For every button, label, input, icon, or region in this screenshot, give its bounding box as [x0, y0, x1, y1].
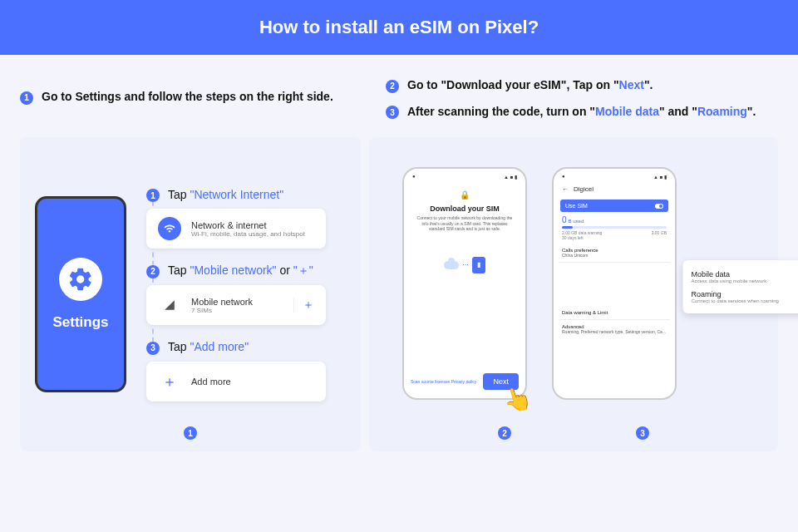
plus-icon: ＋	[158, 370, 181, 393]
step-bullet-3: 3	[146, 342, 160, 355]
page-title: How to install an eSIM on Pixel?	[259, 17, 539, 38]
lock-icon: 🔒	[416, 190, 514, 200]
sim-icon: ▮	[472, 257, 485, 273]
panel-badge-2: 2	[498, 426, 511, 440]
pointer-icon: 👆	[500, 382, 534, 416]
page-header: How to install an eSIM on Pixel?	[0, 0, 798, 55]
panels: Settings 1 Tap "Network Internet" Networ…	[0, 119, 798, 451]
carrier-header: ← Digicel	[559, 182, 670, 196]
instruction-text-1: Go to Settings and follow the steps on t…	[42, 90, 333, 103]
step-1: 1 Tap "Network Internet" Network & inter…	[146, 188, 326, 249]
bullet-3: 3	[386, 106, 399, 119]
steps-list: 1 Tap "Network Internet" Network & inter…	[146, 188, 326, 401]
settings-label: Settings	[52, 314, 108, 331]
step-2: 2 Tap "Mobile network" or "＋" Mobile net…	[146, 264, 326, 325]
download-title: Download your SIM	[416, 204, 514, 213]
bullet-2: 2	[386, 80, 399, 93]
card-mobile-network: Mobile network 7 SIMs ＋	[146, 285, 326, 325]
link-mobile-data: Mobile data	[595, 105, 659, 118]
status-bar: ●▲ ■ ▮	[409, 174, 520, 182]
roaming-label: Roaming	[692, 290, 779, 298]
download-desc: Connect to your mobile network by downlo…	[416, 215, 514, 232]
instruction-row: 1 Go to Settings and follow the steps on…	[0, 55, 798, 119]
card-add-more: ＋ Add more	[146, 362, 326, 401]
panel-badge-3: 3	[636, 426, 649, 440]
panel-right: ●▲ ■ ▮ 🔒 Download your SIM Connect to yo…	[369, 137, 778, 451]
download-graphic: ⋯ ▮	[416, 257, 514, 273]
card-network-internet: Network & internet Wi-Fi, mobile, data u…	[146, 209, 326, 249]
panel-left: Settings 1 Tap "Network Internet" Networ…	[20, 137, 361, 451]
phone-download-sim: ●▲ ■ ▮ 🔒 Download your SIM Connect to yo…	[402, 167, 527, 400]
overlay-toggles: Mobile data Access data using mobile net…	[683, 260, 799, 313]
wifi-icon	[158, 217, 181, 240]
back-arrow-icon: ←	[562, 185, 569, 193]
phone-carrier-settings: ●▲ ■ ▮ ← Digicel Use SIM 0B used 2.00 GB…	[552, 167, 677, 400]
plus-icon: ＋	[293, 298, 314, 313]
step-3: 3 Tap "Add more" ＋ Add more	[146, 340, 326, 401]
link-next: Next	[619, 78, 644, 91]
gear-icon	[59, 258, 102, 301]
phone-settings-mock: Settings	[35, 196, 126, 392]
usage-bar: 0B used 2.00 GB data warning30 days left…	[562, 215, 667, 240]
signal-icon	[158, 293, 181, 317]
step-bullet-1: 1	[146, 189, 160, 202]
status-bar: ●▲ ■ ▮	[559, 174, 670, 182]
instruction-left: 1 Go to Settings and follow the steps on…	[20, 78, 369, 119]
instruction-text-2: Go to "Download your eSIM", Tap on "Next…	[407, 78, 653, 91]
bullet-1: 1	[20, 91, 33, 105]
toggle-icon	[655, 204, 663, 209]
use-sim-row: Use SIM	[560, 200, 668, 212]
step-bullet-2: 2	[146, 265, 160, 278]
instruction-text-3: After scanning the code, turn on "Mobile…	[407, 105, 756, 118]
link-roaming: Roaming	[697, 105, 747, 118]
mobile-data-label: Mobile data	[692, 270, 767, 278]
cloud-icon	[444, 261, 459, 269]
panel-badge-1: 1	[184, 426, 197, 440]
instruction-right: 2 Go to "Download your eSIM", Tap on "Ne…	[386, 78, 778, 119]
